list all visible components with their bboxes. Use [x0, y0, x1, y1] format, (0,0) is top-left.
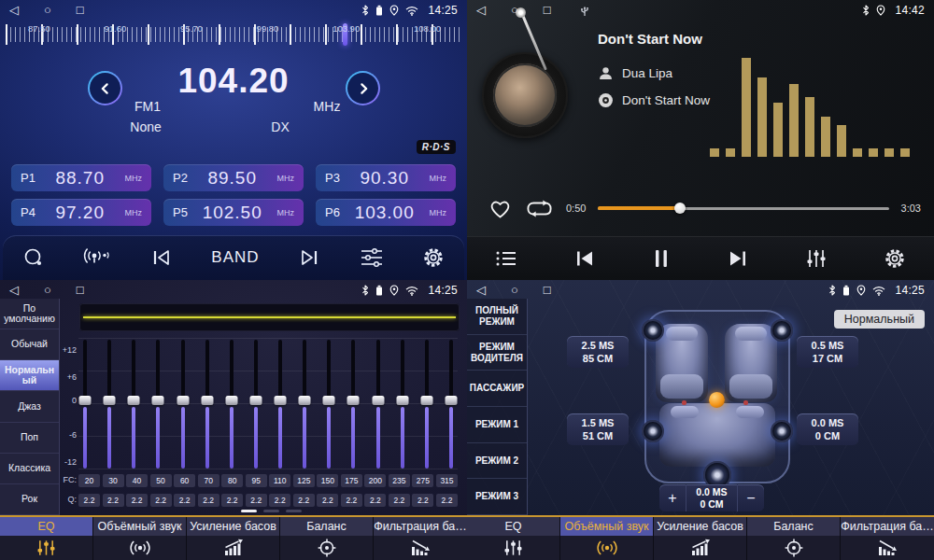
- home-button[interactable]: ○: [44, 0, 51, 21]
- repeat-icon[interactable]: [525, 198, 554, 219]
- eq-preset-item[interactable]: Поп: [0, 423, 59, 454]
- tune-up-button[interactable]: [346, 71, 380, 105]
- tab-surround-sound[interactable]: Объёмный звук: [93, 517, 187, 560]
- slider-thumb[interactable]: [177, 396, 189, 405]
- eq-preset-item[interactable]: Рок: [0, 484, 59, 515]
- rear-left-delay-button[interactable]: 1.5 MS 51 CM: [567, 413, 629, 445]
- preset-button-p3[interactable]: P390.30MHz: [316, 164, 456, 191]
- seek-bar[interactable]: [598, 207, 888, 210]
- preset-button-p5[interactable]: P5102.50MHz: [163, 199, 304, 226]
- settings-gear-icon[interactable]: [422, 246, 445, 269]
- eq-band-slider[interactable]: [78, 338, 92, 470]
- eq-preset-item[interactable]: Джаз: [0, 391, 59, 422]
- slider-thumb[interactable]: [323, 396, 335, 405]
- tab-balance[interactable]: Баланс: [280, 517, 374, 560]
- tab-eq[interactable]: EQ: [467, 517, 560, 560]
- tab-filter[interactable]: Фильтрация ба…: [841, 517, 934, 560]
- eq-band-slider[interactable]: [103, 338, 116, 470]
- tab-filter[interactable]: Фильтрация ба…: [374, 517, 467, 560]
- settings-gear-icon[interactable]: [884, 247, 906, 270]
- slider-thumb[interactable]: [201, 396, 213, 405]
- tab-surround-sound[interactable]: Объёмный звук: [560, 517, 654, 560]
- mode-item-4[interactable]: РЕЖИМ 1: [467, 407, 527, 443]
- seek-thumb[interactable]: [674, 203, 686, 214]
- slider-thumb[interactable]: [104, 396, 116, 405]
- eq-preset-item[interactable]: Нормальный: [0, 360, 59, 391]
- preset-button-p2[interactable]: P289.50MHz: [163, 164, 304, 191]
- back-button[interactable]: ◁: [9, 280, 19, 301]
- band-button[interactable]: BAND: [211, 248, 259, 267]
- home-button[interactable]: ○: [44, 280, 51, 301]
- previous-station-icon[interactable]: [150, 248, 173, 267]
- recents-button[interactable]: □: [77, 0, 84, 21]
- tune-down-button[interactable]: [88, 71, 122, 105]
- recents-button[interactable]: □: [544, 0, 551, 21]
- slider-thumb[interactable]: [420, 396, 432, 405]
- playlist-icon[interactable]: [495, 249, 517, 268]
- eq-band-slider[interactable]: [249, 338, 262, 470]
- favorite-icon[interactable]: [488, 197, 513, 219]
- eq-band-slider[interactable]: [396, 338, 409, 470]
- previous-track-icon[interactable]: [573, 249, 596, 268]
- slider-thumb[interactable]: [225, 396, 237, 405]
- broadcast-icon[interactable]: [83, 246, 111, 269]
- mode-item-1[interactable]: ПОЛНЫЙ РЕЖИМ: [467, 299, 527, 335]
- eq-band-slider[interactable]: [177, 338, 190, 470]
- tab-bass-boost[interactable]: Усиление басов: [187, 517, 280, 560]
- eq-band-slider[interactable]: [372, 338, 385, 470]
- recents-button[interactable]: □: [77, 280, 84, 301]
- page-dash[interactable]: [286, 510, 302, 512]
- listening-position-dot[interactable]: [709, 392, 725, 408]
- slider-thumb[interactable]: [275, 396, 287, 405]
- slider-thumb[interactable]: [445, 396, 457, 405]
- eq-band-slider[interactable]: [151, 338, 164, 470]
- slider-thumb[interactable]: [299, 396, 311, 405]
- mode-item-2[interactable]: РЕЖИМ ВОДИТЕЛЯ: [467, 335, 527, 371]
- eq-band-slider[interactable]: [420, 338, 433, 470]
- eq-band-slider[interactable]: [322, 338, 335, 470]
- back-button[interactable]: ◁: [9, 0, 19, 21]
- tab-eq[interactable]: EQ: [0, 517, 93, 560]
- surround-preset-button[interactable]: Нормальный: [834, 310, 925, 329]
- next-station-icon[interactable]: [298, 248, 320, 267]
- rear-right-delay-button[interactable]: 0.0 MS 0 CM: [797, 413, 858, 445]
- slider-thumb[interactable]: [396, 396, 408, 405]
- slider-thumb[interactable]: [79, 396, 92, 405]
- increase-delay-button[interactable]: +: [659, 484, 686, 511]
- decrease-delay-button[interactable]: −: [738, 484, 764, 511]
- eq-band-slider[interactable]: [298, 338, 311, 470]
- preset-button-p1[interactable]: P188.70MHz: [11, 164, 151, 191]
- tab-bass-boost[interactable]: Усиление басов: [654, 517, 747, 560]
- mode-item-3[interactable]: ПАССАЖИР: [467, 371, 527, 407]
- equalizer-icon[interactable]: [805, 248, 828, 269]
- eq-band-slider[interactable]: [445, 338, 458, 470]
- eq-band-slider[interactable]: [127, 338, 140, 470]
- eq-preset-item[interactable]: Классика: [0, 454, 59, 484]
- audio-settings-icon[interactable]: [360, 247, 384, 268]
- scan-icon[interactable]: [22, 246, 45, 269]
- eq-band-slider[interactable]: [347, 338, 360, 470]
- next-track-icon[interactable]: [727, 249, 749, 268]
- tab-balance[interactable]: Баланс: [747, 517, 841, 560]
- slider-thumb[interactable]: [249, 396, 262, 405]
- page-dash[interactable]: [241, 510, 257, 512]
- mode-item-5[interactable]: РЕЖИМ 2: [467, 443, 527, 480]
- home-button[interactable]: ○: [511, 0, 518, 21]
- home-button[interactable]: ○: [511, 280, 518, 301]
- recents-button[interactable]: □: [544, 280, 551, 301]
- mode-item-6[interactable]: РЕЖИМ 3: [467, 479, 527, 515]
- slider-thumb[interactable]: [347, 396, 360, 405]
- eq-preset-item[interactable]: По умолчанию: [0, 299, 59, 329]
- eq-band-slider[interactable]: [274, 338, 287, 470]
- preset-button-p4[interactable]: P497.20MHz: [11, 199, 151, 226]
- back-button[interactable]: ◁: [476, 0, 486, 21]
- front-right-delay-button[interactable]: 0.5 MS 17 CM: [797, 336, 858, 368]
- eq-preset-item[interactable]: Обычай: [0, 329, 59, 360]
- preset-button-p6[interactable]: P6103.00MHz: [316, 199, 456, 226]
- pause-icon[interactable]: [652, 248, 671, 269]
- front-left-delay-button[interactable]: 2.5 MS 85 CM: [567, 336, 629, 368]
- eq-band-slider[interactable]: [225, 338, 238, 470]
- slider-thumb[interactable]: [128, 396, 140, 405]
- eq-band-slider[interactable]: [201, 338, 214, 470]
- slider-thumb[interactable]: [152, 396, 164, 405]
